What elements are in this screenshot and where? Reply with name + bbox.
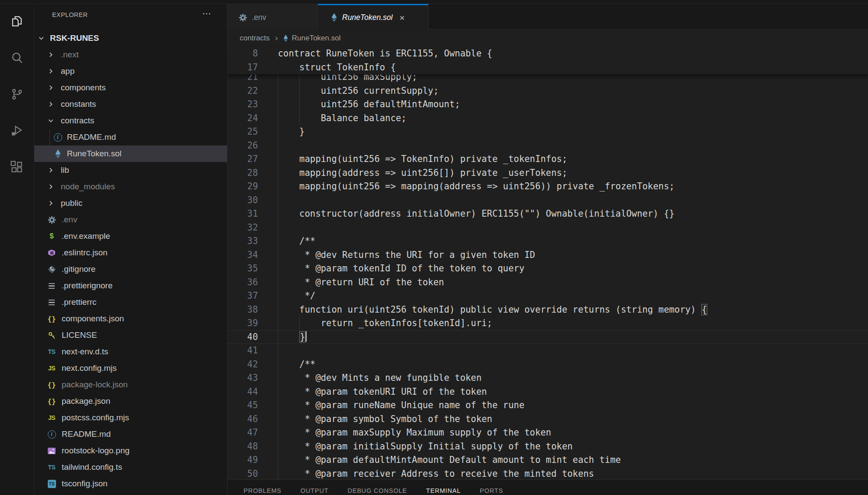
lines-icon [46,297,57,307]
code-line-23[interactable]: 23 uint256 defaultMintAmount; [228,98,868,112]
source-control-icon[interactable] [7,84,27,105]
code-line-36[interactable]: 36 * @return URI of the token [228,276,868,290]
tree-item-package-json[interactable]: {}package.json [34,393,227,409]
explorer-icon[interactable] [7,11,27,32]
ts-icon: TS [46,462,57,472]
panel-tab-debug-console[interactable]: DEBUG CONSOLE [347,487,407,494]
code-line-8[interactable]: 8contract RuneToken is ERC1155, Ownable … [228,47,868,61]
line-number: 44 [228,385,258,399]
tree-item-tsconfig-json[interactable]: TStsconfig.json [34,475,227,492]
tree-item--next[interactable]: .next [34,46,227,63]
file-tree: RSK-RUNES.nextappcomponentsconstantscont… [34,30,227,492]
code-line-34[interactable]: 34 * @dev Returns the URI for a given to… [228,248,868,262]
code-text: return _tokenInfos[tokenId].uri; [278,317,492,330]
tree-item-components[interactable]: components [34,79,227,96]
tree-item-lib[interactable]: lib [34,162,227,178]
line-number: 28 [228,166,258,180]
code-line-28[interactable]: 28 mapping(address => uint256[]) private… [228,166,868,180]
tree-item-label: .next [61,50,79,59]
tree-item-runetoken-sol[interactable]: RuneToken.sol [34,145,227,162]
code-text: * @param symbol Symbol of the token [278,412,492,426]
line-number: 32 [228,221,258,235]
code-text: contract RuneToken is ERC1155, Ownable { [278,47,492,61]
code-line-24[interactable]: 24 Balance balance; [228,112,868,125]
tree-item-license[interactable]: LICENSE [34,327,227,343]
code-line-40[interactable]: 40 } [228,330,868,344]
code-line-42[interactable]: 42 /** [228,358,868,372]
panel-tab-ports[interactable]: PORTS [480,487,503,494]
code-line-30[interactable]: 30 [228,194,868,208]
code-line-39[interactable]: 39 return _tokenInfos[tokenId].uri; [228,317,868,330]
code-text: mapping(address => uint256[]) private _u… [278,166,567,180]
chevron-right-icon [47,167,54,174]
panel-tab-output[interactable]: OUTPUT [300,487,328,494]
tree-item-readme-md[interactable]: iREADME.md [34,129,227,145]
line-number: 42 [228,358,258,372]
tree-item-constants[interactable]: constants [34,96,227,112]
tree-item-app[interactable]: app [34,63,227,79]
tree-item-package-lock-json[interactable]: {}package-lock.json [34,376,227,393]
panel-tab-terminal[interactable]: TERMINAL [426,487,461,494]
code-line-31[interactable]: 31 constructor(address initialOwner) ERC… [228,207,868,221]
code-line-49[interactable]: 49 * @param defaultMintAmount Default am… [228,453,868,467]
gear-icon [46,214,57,225]
code-line-50[interactable]: 50 * @param receiver Address to receive … [228,467,868,481]
tree-item--env[interactable]: .env [34,211,227,228]
line-number: 40 [228,330,258,344]
tree-item--eslintrc-json[interactable]: .eslintrc.json [34,244,227,261]
tree-item-readme-md[interactable]: iREADME.md [34,426,227,442]
code-text: * @dev Returns the URI for a given token… [278,248,535,262]
tree-item-rootstock-logo-png[interactable]: rootstock-logo.png [34,442,227,459]
code-text: } [278,125,305,139]
chevron-right-icon [47,51,54,58]
tree-item-node-modules[interactable]: node_modules [34,178,227,195]
braces-icon: {} [46,396,57,406]
tree-item-label: RSK-RUNES [50,33,99,43]
code-line-27[interactable]: 27 mapping(uint256 => TokenInfo) private… [228,152,868,166]
code-text: Balance balance; [278,112,406,125]
extensions-icon[interactable] [7,157,27,178]
code-line-32[interactable]: 32 [228,221,868,235]
code-line-22[interactable]: 22 uint256 currentSupply; [228,84,868,98]
tree-item-public[interactable]: public [34,195,227,211]
code-line-25[interactable]: 25 } [228,125,868,139]
tree-item--prettierrc[interactable]: .prettierrc [34,294,227,310]
run-debug-icon[interactable] [7,120,27,141]
tree-item-label: app [61,66,75,76]
code-line-46[interactable]: 46 * @param symbol Symbol of the token [228,412,868,426]
chevron-right-icon [47,183,54,190]
tree-item-next-env-d-ts[interactable]: TSnext-env.d.ts [34,343,227,360]
dollar-icon: $ [46,231,57,241]
ethereum-icon [53,148,63,159]
tree-item--env-example[interactable]: $.env.example [34,228,227,244]
code-line-43[interactable]: 43 * @dev Mints a new fungible token [228,371,868,385]
key-icon [46,330,57,340]
tree-item-components-json[interactable]: {}components.json [34,310,227,327]
tree-item-postcss-config-mjs[interactable]: JSpostcss.config.mjs [34,409,227,426]
tree-item--gitignore[interactable]: .gitignore [34,261,227,277]
vscode-window: EXPLORER ⋯ RSK-RUNES.nextappcomponentsco… [0,0,868,495]
tree-item-contracts[interactable]: contracts [34,112,227,129]
tree-item-next-config-mjs[interactable]: JSnext.config.mjs [34,360,227,376]
tree-item-tailwind-config-ts[interactable]: TStailwind.config.ts [34,459,227,475]
tree-item-rsk-runes[interactable]: RSK-RUNES [34,30,227,46]
code-editor[interactable]: 21 uint256 maxSupply;22 uint256 currentS… [228,4,868,495]
code-line-48[interactable]: 48 * @param initialSupply Initial supply… [228,440,868,454]
code-line-17[interactable]: 17 struct TokenInfo { [228,61,868,75]
tree-item--prettierignore[interactable]: .prettierignore [34,277,227,294]
panel-tab-problems[interactable]: PROBLEMS [244,487,281,494]
braces-icon: {} [46,314,57,324]
search-icon[interactable] [7,47,27,68]
code-line-33[interactable]: 33 /** [228,234,868,248]
more-actions-icon[interactable]: ⋯ [202,8,212,19]
code-line-41[interactable]: 41 [228,344,868,358]
code-line-38[interactable]: 38 function uri(uint256 tokenId) public … [228,303,868,317]
code-line-44[interactable]: 44 * @param tokenURI URI of the token [228,385,868,399]
code-line-26[interactable]: 26 [228,139,868,153]
code-line-37[interactable]: 37 */ [228,289,868,303]
code-line-29[interactable]: 29 mapping(uint256 => mapping(address =>… [228,180,868,194]
line-number: 39 [228,317,258,330]
code-line-47[interactable]: 47 * @param maxSupply Maximum supply of … [228,426,868,440]
code-line-45[interactable]: 45 * @param runeName Unique name of the … [228,399,868,412]
code-line-35[interactable]: 35 * @param tokenId ID of the token to q… [228,262,868,276]
